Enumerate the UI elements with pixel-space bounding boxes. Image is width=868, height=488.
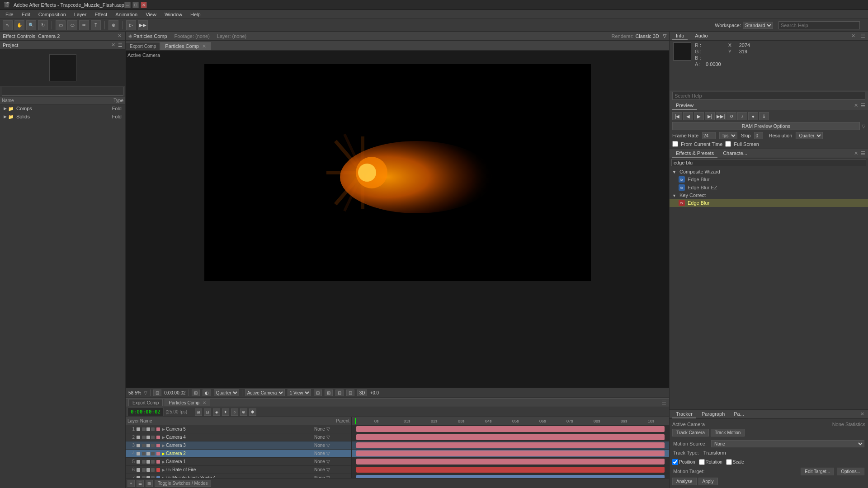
vc-snap[interactable]: ⊞: [192, 389, 200, 396]
edge-blur-item-2[interactable]: fx Edge Blur: [670, 199, 868, 207]
layer-row-5[interactable]: 5 ▶ Camera 1 None ▽: [126, 458, 351, 466]
layer-audio-2[interactable]: [142, 436, 146, 439]
menu-view[interactable]: View: [142, 11, 160, 18]
workspace-select[interactable]: Standard: [743, 22, 773, 29]
layer-expand-4[interactable]: ▶: [162, 451, 165, 456]
layer-expand-5[interactable]: ▶: [162, 460, 165, 464]
layer-row-1[interactable]: 1 ▶ Camera 5 None ▽: [126, 425, 351, 433]
preview-panel-close[interactable]: ✕: [853, 103, 859, 109]
pa-tab[interactable]: Pa...: [730, 410, 748, 418]
layer-lock-6[interactable]: [151, 468, 155, 472]
tl-bot-3[interactable]: ⊞: [146, 480, 153, 487]
menu-layer[interactable]: Layer: [71, 11, 90, 18]
layer-expand-2[interactable]: ▶: [162, 435, 165, 440]
next-frame-btn[interactable]: ▶|: [705, 112, 715, 120]
paragraph-tab[interactable]: Paragraph: [698, 410, 728, 418]
apply-btn[interactable]: Apply: [698, 478, 718, 485]
edge-blur-item-1[interactable]: fx Edge Blur: [670, 175, 868, 183]
analyse-btn[interactable]: Analyse: [672, 478, 697, 485]
vc-mask[interactable]: ⊡: [346, 389, 354, 396]
layer-solo-3[interactable]: [146, 444, 150, 447]
layer-vis-2[interactable]: [137, 436, 140, 439]
layer-vis-3[interactable]: [137, 444, 140, 447]
composite-wizard-category[interactable]: ▼ Composite Wizard: [670, 168, 868, 175]
track-motion-btn[interactable]: Track Motion: [711, 429, 745, 436]
effects-search-input[interactable]: [671, 159, 866, 166]
options-btn[interactable]: Options...: [837, 468, 864, 475]
tl-icon5[interactable]: ○: [231, 408, 238, 416]
preview-panel-menu[interactable]: ☰: [861, 103, 865, 108]
renderer-menu[interactable]: ▽: [663, 33, 666, 39]
tl-icon3[interactable]: ◈: [213, 408, 220, 416]
tracker-tab[interactable]: Tracker: [672, 410, 696, 418]
effects-panel-menu[interactable]: ☰: [861, 150, 865, 156]
ram-options-expand[interactable]: ▽: [862, 123, 865, 129]
scale-check[interactable]: [726, 459, 732, 465]
last-frame-btn[interactable]: ▶▶|: [716, 112, 726, 120]
tool-zoom[interactable]: 🔍: [26, 20, 36, 30]
prev-frame-btn[interactable]: ◀: [683, 112, 693, 120]
layer-lock-2[interactable]: [151, 436, 155, 439]
layer-solo-5[interactable]: [146, 460, 150, 464]
tool-hand[interactable]: ✋: [14, 20, 24, 30]
particles-comp-tab[interactable]: Particles Comp ✕: [160, 42, 211, 50]
tl-bot-1[interactable]: +: [127, 480, 135, 487]
character-tab[interactable]: Characte...: [719, 150, 751, 158]
project-item-solids[interactable]: ▶ 📁 Solids Fold: [0, 113, 125, 121]
layer-row-3[interactable]: 3 ▶ Camera 3 None ▽: [126, 441, 351, 450]
vc-resolution-icon[interactable]: ⊡: [153, 389, 161, 396]
project-item-comps[interactable]: ▶ 📁 Comps Fold: [0, 104, 125, 113]
layer-lock-5[interactable]: [151, 460, 155, 464]
menu-composition[interactable]: Composition: [35, 11, 70, 18]
vc-zoom-icon[interactable]: ▽: [144, 390, 147, 395]
effects-panel-close[interactable]: ✕: [853, 150, 859, 157]
particles-comp-timeline-tab[interactable]: Particles Comp ✕: [165, 399, 210, 406]
preview-tab[interactable]: Preview: [672, 102, 697, 110]
position-check[interactable]: [672, 459, 678, 465]
tracker-panel-close[interactable]: ✕: [859, 411, 865, 418]
minimize-btn[interactable]: ─: [124, 2, 131, 8]
key-correct-category[interactable]: ▼ Key Correct: [670, 192, 868, 199]
edge-blur-ez-item[interactable]: fx Edge Blur EZ: [670, 183, 868, 192]
frame-rate-unit[interactable]: fps: [719, 132, 737, 139]
tl-icon1[interactable]: ⊞: [195, 408, 202, 416]
project-menu[interactable]: ☰: [118, 42, 123, 48]
ram-preview-options-btn[interactable]: RAM Preview Options: [672, 122, 860, 130]
from-current-time-check[interactable]: [672, 141, 678, 147]
layer-vis-1[interactable]: [137, 427, 140, 431]
info-panel-menu[interactable]: ☰: [861, 33, 865, 39]
tl-icon6[interactable]: ⊕: [240, 408, 247, 416]
search-help-input[interactable]: [672, 92, 865, 100]
export-comp-tab-btn[interactable]: Export Comp: [128, 399, 163, 406]
tl-icon2[interactable]: ⊡: [204, 408, 211, 416]
rotation-check[interactable]: [699, 459, 705, 465]
project-search-input[interactable]: [2, 87, 123, 96]
menu-edit[interactable]: Edit: [18, 11, 34, 18]
menu-animation[interactable]: Animation: [112, 11, 141, 18]
layer-solo-6[interactable]: [146, 468, 150, 472]
tool-rect[interactable]: ▭: [56, 20, 66, 30]
audio-btn[interactable]: ♪: [737, 112, 747, 120]
vc-camera-select[interactable]: Active Camera: [245, 389, 285, 396]
search-help-main[interactable]: [778, 21, 860, 29]
layer-audio-4[interactable]: [142, 452, 146, 455]
menu-help[interactable]: Help: [187, 11, 204, 18]
layer-lock-4[interactable]: [151, 452, 155, 455]
current-time-display[interactable]: 0:00:00:02: [127, 408, 164, 416]
audio-tab[interactable]: Audio: [691, 32, 711, 40]
menu-window[interactable]: Window: [161, 11, 186, 18]
tool-ellipse[interactable]: ⬭: [67, 20, 77, 30]
info-tab[interactable]: Info: [672, 32, 688, 40]
vc-resolution-select[interactable]: Quarter Half Full: [214, 389, 239, 396]
tl-icon7[interactable]: ✱: [249, 408, 256, 416]
vc-safe[interactable]: ⊞: [325, 389, 333, 396]
layer-solo-4[interactable]: [146, 452, 150, 455]
info-btn[interactable]: ℹ: [759, 112, 769, 120]
layer-row-4[interactable]: 4 ▶ Camera 2 None ▽: [126, 450, 351, 458]
maximize-btn[interactable]: □: [132, 2, 139, 8]
loop-btn[interactable]: ↺: [726, 112, 736, 120]
first-frame-btn[interactable]: |◀: [672, 112, 682, 120]
toggle-switches-btn[interactable]: Toggle Switches / Modes: [155, 480, 211, 487]
skip-input[interactable]: [754, 132, 763, 139]
frame-rate-input[interactable]: [702, 132, 716, 139]
